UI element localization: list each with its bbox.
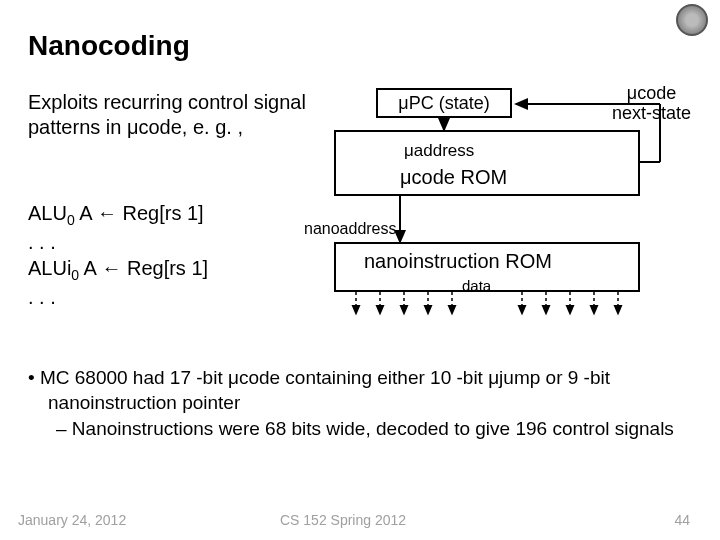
nanoaddress-label: nanoaddress — [304, 220, 397, 238]
slide-title: Nanocoding — [28, 30, 190, 62]
dots2: . . . — [28, 284, 308, 310]
intro-text: Exploits recurring control signal patter… — [28, 90, 308, 140]
alu-example: ALU0 A ← Reg[rs 1] . . . ALUi0 A ← Reg[r… — [28, 200, 308, 310]
upc-box: μPC (state) — [376, 88, 512, 118]
alu0-pre: ALU — [28, 202, 67, 224]
ucode-next-state-label: μcode next-state — [612, 84, 691, 124]
bullet-list: • MC 68000 had 17 -bit μcode containing … — [28, 366, 692, 442]
bullet-1: • MC 68000 had 17 -bit μcode containing … — [28, 366, 692, 415]
nanocoding-diagram: μPC (state) μaddress μcode ROM nanoaddre… — [300, 82, 700, 342]
nanoinstruction-rom-label: nanoinstruction ROM — [364, 250, 552, 273]
seal-logo-icon — [676, 4, 708, 36]
alui0-sub: 0 — [71, 267, 79, 283]
uaddress-label: μaddress — [404, 141, 474, 161]
ucode-rom-label: μcode ROM — [400, 166, 507, 189]
alu0-post: A ← Reg[rs 1] — [75, 202, 204, 224]
dots1: . . . — [28, 229, 308, 255]
footer-date: January 24, 2012 — [18, 512, 126, 528]
bullet-1-sub: – Nanoinstructions were 68 bits wide, de… — [28, 417, 692, 442]
alui0-post: A ← Reg[rs 1] — [79, 257, 208, 279]
footer-page: 44 — [674, 512, 690, 528]
footer-course: CS 152 Spring 2012 — [280, 512, 406, 528]
alui0-pre: ALUi — [28, 257, 71, 279]
data-label: data — [462, 277, 491, 294]
alu0-sub: 0 — [67, 212, 75, 228]
